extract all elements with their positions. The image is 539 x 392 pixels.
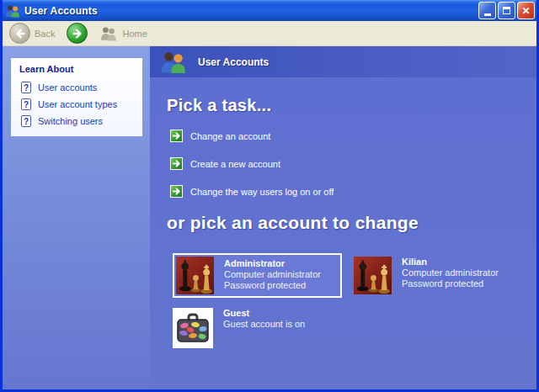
chess-picture (176, 257, 214, 294)
sidebar-item-label: Switching users (38, 116, 103, 126)
task-label: Create a new account (190, 159, 280, 169)
forward-arrow-icon (67, 23, 88, 44)
user-accounts-icon (160, 50, 187, 74)
close-icon: ✕ (521, 6, 530, 16)
minimize-button[interactable] (478, 2, 496, 19)
navigation-toolbar: Back Home (3, 21, 536, 46)
account-list: Administrator Computer administrator Pas… (173, 253, 536, 348)
task-change-logon-logoff[interactable]: Change the way users log on or off (170, 185, 536, 198)
account-type: Computer administrator (402, 268, 499, 278)
sidebar: Learn About ? User accounts ? User accou… (3, 46, 150, 390)
task-change-an-account[interactable]: Change an account (170, 130, 536, 142)
account-tile-guest[interactable]: Guest Guest account is on (173, 305, 342, 348)
learn-about-title: Learn About (11, 58, 142, 79)
main-body: Pick a task... Change an account Create … (150, 77, 536, 348)
account-tile-administrator[interactable]: Administrator Computer administrator Pas… (173, 253, 342, 298)
green-arrow-icon (170, 130, 183, 142)
sidebar-item-label: User account types (38, 99, 117, 109)
sidebar-item-switching-users[interactable]: ? Switching users (11, 113, 142, 130)
maximize-icon (503, 7, 510, 14)
sidebar-item-label: User accounts (38, 82, 97, 93)
forward-button[interactable] (67, 23, 88, 44)
task-list: Change an account Create a new account C… (170, 130, 536, 198)
pick-account-heading: or pick an account to change (167, 213, 536, 233)
user-accounts-icon (5, 4, 20, 18)
close-button[interactable]: ✕ (517, 2, 535, 19)
account-status: Guest account is on (223, 319, 305, 330)
sidebar-item-user-account-types[interactable]: ? User account types (11, 96, 142, 113)
help-icon: ? (21, 82, 31, 93)
main-header: User Accounts (150, 46, 536, 77)
account-info: Kilian Computer administrator Password p… (402, 257, 499, 289)
account-type: Computer administrator (224, 269, 321, 280)
account-info: Administrator Computer administrator Pas… (224, 257, 321, 291)
user-accounts-window: User Accounts ✕ Back (0, 0, 539, 392)
home-button[interactable]: Home (99, 26, 147, 41)
account-name: Guest (223, 308, 305, 319)
account-name: Administrator (224, 258, 321, 269)
help-icon: ? (21, 98, 31, 110)
account-info: Guest Guest account is on (223, 308, 305, 330)
minimize-icon (484, 13, 491, 16)
green-arrow-icon (170, 185, 183, 198)
account-status: Password protected (224, 280, 321, 291)
account-status: Password protected (402, 278, 499, 289)
back-arrow-icon (9, 23, 30, 44)
learn-about-panel: Learn About ? User accounts ? User accou… (10, 57, 143, 137)
window-controls: ✕ (478, 2, 535, 19)
suitcase-picture (173, 308, 213, 348)
help-icon: ? (21, 115, 31, 127)
account-tile-kilian[interactable]: Kilian Computer administrator Password p… (354, 253, 536, 294)
task-create-a-new-account[interactable]: Create a new account (170, 157, 536, 170)
task-label: Change the way users log on or off (190, 187, 334, 197)
pick-task-heading: Pick a task... (167, 96, 536, 115)
main-panel: User Accounts Pick a task... Change an a… (150, 46, 536, 390)
maximize-button[interactable] (498, 2, 515, 19)
main-header-title: User Accounts (198, 56, 269, 68)
home-icon (99, 26, 118, 41)
chess-picture (354, 257, 392, 294)
content-area: Learn About ? User accounts ? User accou… (3, 46, 536, 390)
task-label: Change an account (190, 131, 270, 141)
back-button[interactable]: Back (9, 23, 55, 44)
home-label: Home (122, 29, 147, 39)
title-bar: User Accounts ✕ (0, 0, 539, 21)
sidebar-item-user-accounts[interactable]: ? User accounts (11, 79, 142, 96)
back-label: Back (35, 29, 55, 39)
green-arrow-icon (170, 157, 183, 170)
account-name: Kilian (402, 257, 499, 268)
window-title: User Accounts (24, 5, 98, 17)
